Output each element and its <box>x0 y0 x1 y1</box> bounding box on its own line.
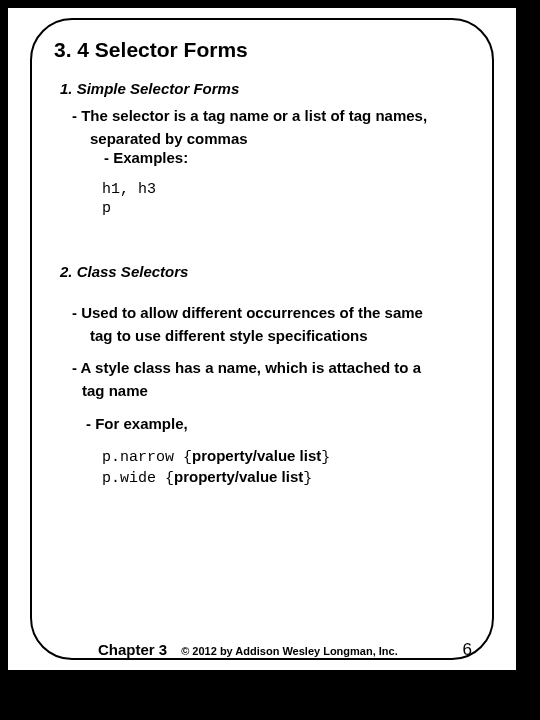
section2-line4: tag name <box>82 382 470 401</box>
ex1-code: p.narrow { <box>102 449 192 466</box>
ex2-prop: property/value list <box>174 468 303 485</box>
slide-frame: 3. 4 Selector Forms 1. Simple Selector F… <box>30 18 494 660</box>
footer-chapter: Chapter 3 <box>98 641 167 658</box>
section2-line2: tag to use different style specification… <box>90 327 470 346</box>
footer-copyright: © 2012 by Addison Wesley Longman, Inc. <box>181 645 398 657</box>
section2-example2: p.wide {property/value list} <box>102 467 470 489</box>
slide-footer: Chapter 3 © 2012 by Addison Wesley Longm… <box>8 640 516 660</box>
section1-line2: separated by commas <box>90 130 470 149</box>
section2-forexample: - For example, <box>86 415 470 432</box>
section2-heading: 2. Class Selectors <box>60 263 470 280</box>
section1-line1: - The selector is a tag name or a list o… <box>72 107 470 126</box>
section1-line3: - Examples: <box>104 149 470 168</box>
ex1-prop: property/value list <box>192 447 321 464</box>
footer-page-number: 6 <box>463 640 472 660</box>
section1-code1: h1, h3 <box>102 181 470 200</box>
section2-line3: - A style class has a name, which is att… <box>72 359 470 378</box>
slide-page: 3. 4 Selector Forms 1. Simple Selector F… <box>8 8 516 670</box>
slide-title: 3. 4 Selector Forms <box>54 38 470 62</box>
section2-line1: - Used to allow different occurrences of… <box>72 304 470 323</box>
ex2-code: p.wide { <box>102 470 174 487</box>
section1-heading: 1. Simple Selector Forms <box>60 80 470 97</box>
ex2-close: } <box>303 470 312 487</box>
bottom-bar <box>0 670 540 720</box>
section2-example1: p.narrow {property/value list} <box>102 446 470 468</box>
section1-code2: p <box>102 200 470 219</box>
ex1-close: } <box>321 449 330 466</box>
